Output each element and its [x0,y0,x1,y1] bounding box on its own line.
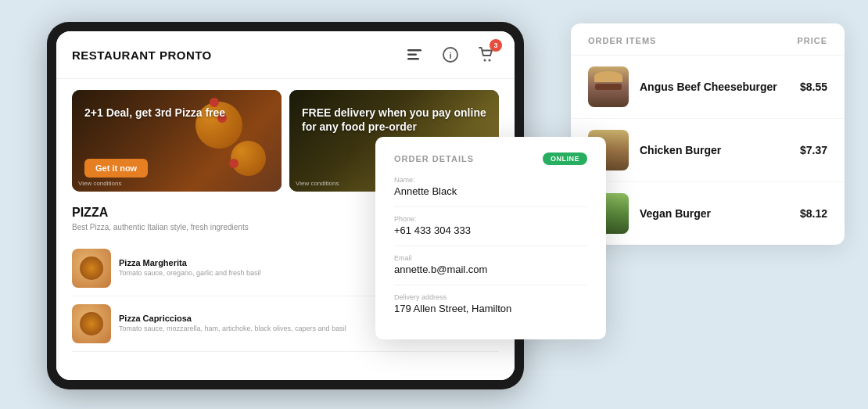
order-items-header-label: ORDER ITEMS [588,36,656,45]
order-items-panel: ORDER ITEMS PRICE Angus Beef Cheeseburge… [571,23,845,245]
svg-point-6 [489,59,491,62]
get-it-now-button[interactable]: Get it now [84,159,148,178]
info-icon[interactable]: i [438,42,463,67]
cart-icon[interactable]: 3 [474,42,499,67]
menu-icon[interactable] [402,42,427,67]
chicken-burger-name: Chicken Burger [640,143,789,157]
pizza-decoration-2 [231,141,266,176]
order-item-chicken-burger[interactable]: Chicken Burger $7.37 [571,119,845,182]
od-divider-1 [394,206,587,207]
app-title: RESTAURANT PRONTO [72,48,402,62]
od-name-value: Annette Black [394,185,587,197]
chicken-burger-price: $7.37 [800,144,827,156]
order-details-panel: ORDER DETAILS ONLINE Name: Annette Black… [375,137,606,339]
od-address-value: 179 Allen Street, Hamilton [394,303,587,314]
online-status-badge: ONLINE [543,152,587,165]
od-divider-3 [394,285,587,285]
order-details-title: ORDER DETAILS [394,154,474,163]
od-divider-2 [394,246,587,246]
order-details-header: ORDER DETAILS ONLINE [394,152,587,165]
header-icons: i 3 [402,42,499,67]
od-phone-label: Phone: [394,215,587,223]
angus-beef-price: $8.55 [800,81,827,93]
pizza-capricciosa-image [72,304,111,343]
vegan-burger-name: Vegan Burger [640,206,789,221]
banner-2-text: FREE delivery when you pay online for an… [302,106,499,134]
order-items-header-price: PRICE [797,36,827,45]
cart-badge: 3 [490,39,502,52]
od-name-field: Name: Annette Black [394,176,587,197]
od-phone-field: Phone: +61 433 304 333 [394,215,587,236]
pizza-margherita-image [72,249,111,288]
od-email-label: Email [394,254,587,262]
od-email-field: Email annette.b@mail.com [394,254,587,275]
od-address-field: Delivery address 179 Allen Street, Hamil… [394,293,587,314]
svg-point-5 [484,59,486,62]
svg-rect-2 [407,58,419,60]
view-conditions-2[interactable]: View conditions [296,180,339,187]
vegan-burger-price: $8.12 [800,207,827,220]
svg-rect-0 [407,49,421,52]
order-items-header: ORDER ITEMS PRICE [571,23,845,56]
od-address-label: Delivery address [394,293,587,301]
angus-beef-image [588,66,629,107]
tomato-deco-3 [229,159,239,168]
order-item-vegan-burger[interactable]: Vegan Burger $8.12 [571,182,845,245]
angus-beef-name: Angus Beef Cheeseburger [640,80,789,94]
svg-text:i: i [449,51,451,60]
view-conditions-1[interactable]: View conditions [78,180,121,187]
banner-1-text: 2+1 Deal, get 3rd Pizza free [84,106,225,120]
svg-rect-1 [407,54,417,56]
od-phone-value: +61 433 304 333 [394,224,587,236]
app-header: RESTAURANT PRONTO i [56,31,515,79]
order-item-angus-beef[interactable]: Angus Beef Cheeseburger $8.55 [571,56,845,119]
od-email-value: annette.b@mail.com [394,264,587,275]
od-name-label: Name: [394,176,587,184]
banner-deal: 2+1 Deal, get 3rd Pizza free Get it now … [72,90,282,192]
